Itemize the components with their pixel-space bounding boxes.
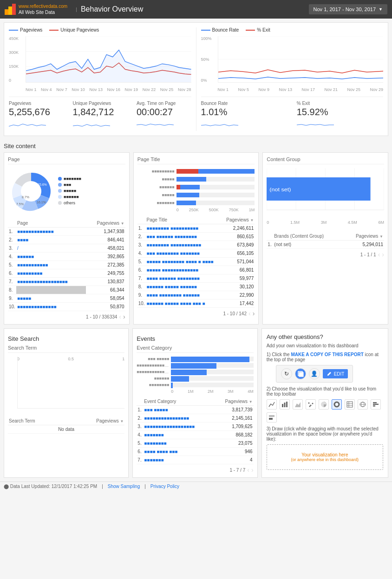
events-next-btn[interactable]: ›	[251, 466, 254, 474]
cg-next-btn[interactable]: ›	[382, 251, 384, 258]
events-prev-btn[interactable]: ‹	[247, 466, 249, 474]
content-group-svg: (not set)	[267, 168, 384, 219]
metrics-row: Pageviews 5,255,676 Unique Pageviews 1,8…	[9, 97, 191, 131]
search-empty-chart: 00.51	[8, 357, 124, 417]
table-row: 5.■■■■■■■■■■■272,385	[8, 261, 125, 269]
page-title-x-labels: 0250K500K750K1M	[176, 208, 255, 212]
step1-highlight: MAKE A COPY OF THIS REPORT	[291, 352, 363, 357]
date-range-picker[interactable]: Nov 1, 2017 - Nov 30, 2017 ▼	[309, 4, 387, 14]
site-content-section: Site content Page	[4, 140, 388, 325]
site-content-columns: Page	[4, 152, 388, 325]
svg-point-35	[336, 403, 338, 405]
pie-legend-item-3: ■■■■■	[58, 189, 81, 193]
pie-dot-2	[58, 183, 62, 187]
table-row: 2.■■■ ■■■■■■ ■■■■■■■■860,615	[137, 233, 255, 241]
page-title-card-title: Page Title	[137, 156, 255, 164]
page-title: Behavior Overview	[81, 5, 309, 13]
show-sampling-link[interactable]: Show Sampling	[108, 484, 140, 489]
svg-rect-43	[373, 402, 377, 403]
metric-exit-label: % Exit	[297, 101, 383, 106]
th-num	[8, 219, 16, 228]
pt-prev-btn[interactable]: ‹	[248, 310, 251, 317]
site-info: www.reflectivedata.com All Web Site Data	[19, 3, 67, 15]
viz-icon-table[interactable]	[345, 399, 355, 410]
pie-dot-1	[58, 177, 62, 181]
bounce-y-axis: 100%50%0%	[201, 36, 216, 83]
th-page: Page	[16, 219, 86, 228]
th-search-pageviews: Pageviews ▼	[65, 417, 124, 425]
table-row: 3.■■■■■■■■ ■■■■■■■■■■■673,849	[137, 241, 255, 249]
questions-intro: Add your own visualization to this dashb…	[267, 343, 383, 348]
content-group-card: Content Group (not set)	[262, 152, 388, 325]
table-row: 2.■■■■■■■■■■■■■■■■2,145,161	[137, 414, 253, 423]
site-content-title: Site content	[4, 140, 388, 152]
events-section-title: Events	[137, 332, 253, 345]
th-brands: Brands (Content Group)	[273, 232, 344, 241]
table-row: 5.■■■■■ ■■■■■■■■ ■■■■ ■ ■■■■571,044	[137, 258, 255, 266]
page-prev-btn[interactable]: ‹	[119, 313, 121, 320]
page-card-title: Page	[8, 156, 125, 164]
unique-pageviews-legend-item: Unique Pageviews	[49, 27, 99, 33]
events-x-labels: 01M2M3M4M	[171, 389, 253, 394]
svg-rect-36	[347, 402, 353, 407]
svg-point-33	[309, 406, 310, 407]
table-row: 8.■■■■■■ ■■■■■ ■■■■■■30,120	[137, 283, 255, 291]
cg-pagination: 1 - 1 / 1	[360, 252, 376, 257]
step3-text: 3) Draw (click while dragging with mouse…	[267, 426, 383, 442]
table-row: 4.■■■ ■■■■■■■■ ■■■■■■■656,105	[137, 249, 255, 258]
table-row: 9.■■■■ ■■■■■■■■ ■■■■■■22,990	[137, 291, 255, 299]
viz-icon-pie[interactable]	[319, 399, 329, 410]
viz-icon-scatter[interactable]	[306, 399, 316, 410]
unique-pageviews-label: Unique Pageviews	[60, 27, 99, 33]
data-updated-label: ⬤ Data Last Updated: 12/1/2017 1:42:25 P…	[4, 484, 97, 489]
viz-icon-line[interactable]	[267, 399, 277, 410]
bounce-rate-legend-item: Bounce Rate	[201, 27, 239, 33]
th-search-term: Search Term	[8, 417, 65, 425]
footer: ⬤ Data Last Updated: 12/1/2017 1:42:25 P…	[0, 481, 392, 491]
pageviews-chart-container: 450K300K150K0	[9, 36, 191, 92]
svg-text:7.5%: 7.5%	[16, 202, 24, 206]
viz-icon-bullet[interactable]	[267, 412, 277, 423]
viz-icons-row	[267, 399, 383, 423]
viz-icon-hbar[interactable]	[371, 399, 381, 410]
metric-pageviews-label: Pageviews	[9, 101, 64, 106]
svg-text:16.1%: 16.1%	[37, 201, 46, 204]
svg-marker-29	[295, 402, 301, 407]
cg-table-footer: 1 - 1 / 1 ‹ ›	[267, 251, 384, 258]
pt-next-btn[interactable]: ›	[253, 310, 255, 317]
header-divider: |	[76, 7, 77, 12]
page-title-bar-chart: ■■■■■■■■■ ■■■■■ ■■■■■■	[137, 168, 255, 212]
svg-rect-27	[284, 403, 285, 407]
step2-text: 2) Choose the visualization that you'd l…	[267, 386, 383, 397]
page-title-card: Page Title ■■■■■■■■■ ■■■■■	[133, 152, 259, 325]
table-row: 2.■■■■846,441	[8, 236, 125, 244]
viz-icon-area[interactable]	[293, 399, 303, 410]
page-table: Page Pageviews ▼ 1.■■■■■■■■■■■■■1,347,93…	[8, 219, 125, 311]
svg-rect-1	[8, 7, 12, 15]
table-row: 6.■■■■■■■■■249,755	[8, 269, 125, 278]
pie-legend-item-4: ■■■■■■	[58, 195, 81, 199]
date-range-label: Nov 1, 2017 - Nov 30, 2017	[314, 7, 376, 12]
unique-pageviews-line-icon	[49, 30, 59, 31]
events-bar-chart: ■■■ ■■■■■ ■■■■■■■■■■■■■ ■■■■■■■■■■■■■ ■■…	[137, 357, 253, 394]
metric-exit: % Exit 15.92%	[297, 101, 383, 131]
cg-prev-btn[interactable]: ‹	[378, 251, 380, 258]
svg-text:(not set): (not set)	[270, 187, 292, 192]
pageviews-y-axis: 450K300K150K0	[9, 36, 24, 83]
logo-icon	[5, 4, 16, 15]
table-row: 6.■■■■■ ■■■■■■■■■■■■■66,801	[137, 266, 255, 274]
table-row: 7.■■■■ ■■■■■■ ■■■■■■■■59,977	[137, 274, 255, 283]
privacy-policy-link[interactable]: Privacy Policy	[150, 484, 179, 489]
edit-button[interactable]: EDIT	[323, 369, 348, 378]
table-row: 10.■■■■■■ ■■■■■ ■■■■ ■■■ ■17,442	[137, 299, 255, 308]
logo-area: www.reflectivedata.com All Web Site Data	[5, 3, 67, 15]
page-next-btn[interactable]: ›	[123, 313, 125, 320]
h-bar-row-1: ■■■■■■■■■	[137, 168, 255, 175]
page-pie-container: 25.6% 8.7% 16.1% 7.5% ■■■■■■■ ■■■	[8, 168, 125, 215]
th-page-title: Page Title	[146, 216, 222, 224]
pageviews-legend-item: Pageviews	[9, 27, 42, 33]
viz-icon-geo[interactable]	[358, 399, 368, 410]
viz-icon-donut[interactable]	[332, 399, 342, 410]
viz-icon-bar[interactable]	[280, 399, 290, 410]
pt-pagination: 1 - 10 / 142	[223, 311, 247, 316]
